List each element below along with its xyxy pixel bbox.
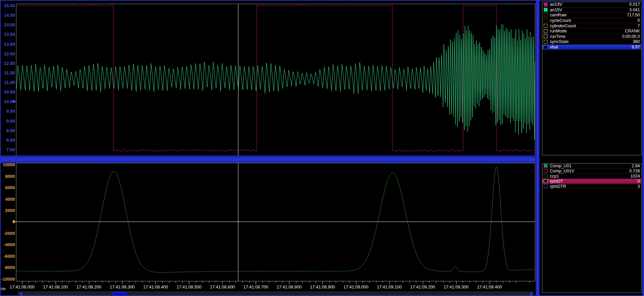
channel-color-swatch — [544, 45, 548, 49]
time-axis-minor-tick — [102, 281, 103, 283]
time-axis-minor-tick — [82, 281, 83, 283]
channel-name: an13V — [550, 2, 562, 7]
channel-name: vbat — [550, 45, 558, 50]
time-axis-tick-label: 17:41:08.900 — [310, 285, 335, 290]
time-axis-tick-label: 17:41:08.600 — [210, 285, 235, 290]
channel-name: runTime — [550, 34, 565, 39]
channel-value: 3.041 — [629, 8, 640, 12]
channel-row-vbat[interactable]: vbat9.97 — [542, 45, 641, 50]
channel-row-camRaw[interactable]: camRaw717.50 — [542, 13, 641, 18]
time-axis-minor-tick — [383, 281, 383, 283]
channel-value: 717.50 — [627, 13, 640, 17]
channel-name: rpmDTR — [550, 184, 566, 189]
time-axis-minor-tick — [129, 281, 129, 283]
time-axis-tick-label: 17:41:08.800 — [277, 285, 302, 290]
channel-name: Comp_U01 — [550, 164, 571, 168]
bottom-chart-plot-area[interactable] — [16, 163, 535, 281]
time-axis-minor-tick — [169, 281, 169, 283]
time-axis-minor-tick — [449, 281, 450, 283]
y-axis-tick-label: 14.00 — [0, 22, 15, 27]
channel-row-Comp_U01[interactable]: Comp_U012.94 — [542, 164, 641, 169]
channel-name: camRaw — [550, 13, 567, 17]
time-axis-tick-label: 17:41:09.400 — [477, 285, 502, 290]
time-axis-minor-tick — [29, 281, 29, 283]
channel-row-cycleCount[interactable]: cycleCount0 — [542, 18, 641, 24]
channel-row-runTime[interactable]: runTime0:00:00.0 — [542, 34, 641, 40]
channel-color-swatch — [544, 179, 548, 183]
time-axis-minor-tick — [349, 281, 349, 283]
y-axis-tick-label: -10000 — [0, 276, 15, 281]
channel-value: 2.94 — [632, 164, 640, 168]
vertical-splitter[interactable] — [536, 0, 540, 296]
channel-name: runMode — [550, 29, 567, 33]
time-axis-minor-tick — [436, 281, 436, 283]
time-axis-minor-tick — [162, 281, 163, 283]
time-axis-minor-tick — [343, 281, 343, 283]
time-axis-minor-tick — [309, 281, 310, 283]
time-axis-major-tick — [456, 281, 456, 284]
channel-row-syncState[interactable]: syncState360 — [542, 39, 641, 45]
window-border-left — [0, 0, 1, 296]
y-axis-tick-label: 2000 — [0, 208, 15, 213]
time-axis-minor-tick — [369, 281, 370, 283]
time-axis-major-tick — [22, 281, 23, 284]
window-border-top — [0, 0, 644, 1]
time-axis-minor-tick — [316, 281, 316, 283]
time-axis-major-tick — [389, 281, 390, 284]
channel-row-runMode[interactable]: runModeCRANK — [542, 29, 641, 34]
y-axis-tick-label: -8000 — [0, 265, 15, 270]
y-axis-tick-label: 12.50 — [0, 51, 15, 56]
time-axis-major-tick — [155, 281, 156, 284]
channel-row-an15V[interactable]: an15V3.041 — [542, 8, 641, 13]
time-axis-minor-tick — [336, 281, 336, 283]
channel-value: CRANK — [625, 29, 640, 33]
time-axis-minor-tick — [116, 281, 116, 283]
time-axis-tick-label: 17:41:08.500 — [177, 285, 201, 290]
time-axis-minor-tick — [276, 281, 276, 283]
channel-row-an13V[interactable]: an13V0.017 — [542, 2, 641, 8]
time-axis-major-tick — [189, 281, 189, 284]
channel-row-cylinderCount[interactable]: cylinderCount7 — [542, 23, 641, 29]
channel-row-rpmDT[interactable]: rpmDT0 — [542, 179, 641, 184]
time-axis-major-tick — [490, 281, 490, 284]
time-axis-minor-tick — [62, 281, 62, 283]
time-axis-minor-tick — [95, 281, 96, 283]
channel-value: 0:00:00.0 — [622, 34, 640, 39]
time-axis-major-tick — [256, 281, 256, 284]
y-axis-tick-label: 9.50 — [0, 109, 15, 114]
chart-divider[interactable] — [0, 155, 536, 163]
time-axis-tick-label: 17:41:09.200 — [410, 285, 435, 290]
channel-value: 1024 — [630, 174, 640, 179]
time-axis-major-tick — [56, 281, 56, 284]
time-axis-minor-tick — [176, 281, 176, 283]
axis-value-marker-vbat — [13, 100, 16, 103]
channel-color-swatch — [544, 174, 548, 178]
window-border-right — [642, 0, 644, 296]
time-axis-minor-tick — [302, 281, 303, 283]
channel-row-rpmDTR[interactable]: rpmDTR3 — [542, 184, 641, 189]
y-axis-tick-label: 0 — [0, 219, 15, 224]
channel-color-swatch — [544, 19, 548, 23]
time-axis-minor-tick — [443, 281, 443, 283]
y-axis-tick-label: 8.00 — [0, 137, 15, 142]
time-axis-minor-tick — [242, 281, 243, 283]
channel-color-swatch — [544, 184, 548, 188]
channel-color-swatch — [544, 29, 548, 33]
y-axis-tick-label: 4000 — [0, 196, 15, 201]
y-axis-tick-label: 10000 — [0, 162, 15, 167]
time-axis-minor-tick — [516, 281, 516, 283]
channel-name: an15V — [550, 8, 562, 12]
time-axis-tick-label: 17:41:09.300 — [444, 285, 468, 290]
y-axis-tick-label: 11.50 — [0, 70, 15, 75]
channel-value: 360 — [633, 39, 640, 44]
channel-row-Comp_U01V[interactable]: Comp_U01V0.726 — [542, 169, 641, 174]
time-axis-minor-tick — [376, 281, 376, 283]
y-axis-tick-label: 13.00 — [0, 41, 15, 46]
top-chart-plot-area[interactable] — [16, 4, 535, 156]
channel-name: rpmDT — [550, 179, 563, 184]
channel-value: 0.017 — [629, 2, 640, 7]
channel-row-ccp1[interactable]: ccp11024 — [542, 174, 641, 179]
top-chart-canvas — [16, 4, 535, 155]
time-axis-minor-tick — [329, 281, 330, 283]
time-axis-tick-label: 17:41:08.100 — [43, 285, 68, 290]
